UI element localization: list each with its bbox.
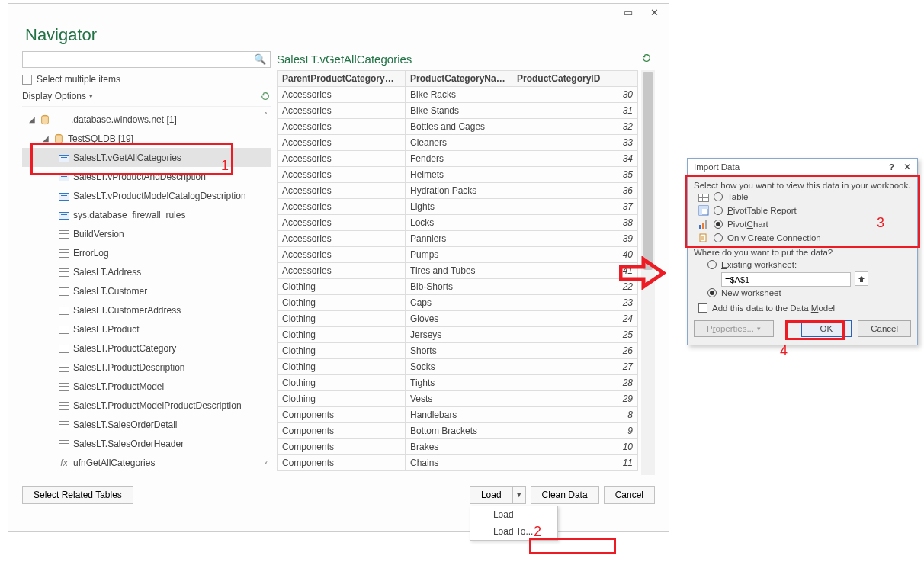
table-row[interactable]: ClothingCaps23 [278, 295, 638, 311]
refresh-icon[interactable] [260, 91, 271, 101]
table-cell: Accessories [278, 199, 406, 215]
table-icon [59, 230, 69, 239]
table-row[interactable]: AccessoriesHelmets35 [278, 167, 638, 183]
table-row[interactable]: ComponentsHandlebars8 [278, 407, 638, 423]
tree-item[interactable]: SalesLT.Address [22, 262, 271, 281]
table-row[interactable]: AccessoriesLocks38 [278, 215, 638, 231]
table-row[interactable]: AccessoriesBike Stands31 [278, 103, 638, 119]
select-multiple-row[interactable]: Select multiple items [22, 68, 271, 89]
tree-item[interactable]: SalesLT.ProductDescription [22, 358, 271, 377]
table-cell: Clothing [278, 295, 406, 311]
table-icon [59, 440, 69, 448]
dialog-cancel-button[interactable]: Cancel [858, 320, 911, 337]
table-row[interactable]: AccessoriesHydration Packs36 [278, 183, 638, 199]
load-button[interactable]: Load [470, 486, 512, 504]
existing-worksheet-row[interactable]: Existing worksheet: [694, 259, 911, 271]
table-cell: Components [278, 439, 406, 455]
maximize-button[interactable]: ▭ [621, 7, 635, 18]
table-cell: 32 [512, 119, 638, 135]
table-row[interactable]: AccessoriesPumps40 [278, 247, 638, 263]
tree-item-label: SalesLT.Product [73, 324, 140, 335]
select-related-tables-button[interactable]: Select Related Tables [22, 486, 133, 504]
tree-item[interactable]: SalesLT.Product [22, 320, 271, 339]
table-cell: Clothing [278, 359, 406, 375]
navigator-tree: ◢ .database.windows.net [1] ◢ TestSQLDB … [22, 106, 271, 475]
tree-item[interactable]: SalesLT.CustomerAddress [22, 300, 271, 320]
opt-pivotchart-row[interactable]: PivotChart [694, 217, 911, 231]
tree-db-node[interactable]: ◢ TestSQLDB [19] [22, 129, 271, 148]
table-row[interactable]: ComponentsBottom Brackets9 [278, 423, 638, 439]
connection-option-icon [698, 233, 709, 243]
opt-connection-row[interactable]: Only Create Connection [694, 231, 911, 245]
table-row[interactable]: AccessoriesLights37 [278, 199, 638, 215]
tree-item[interactable]: SalesLT.vProductModelCatalogDescription [22, 186, 271, 205]
table-row[interactable]: ClothingBib-Shorts22 [278, 279, 638, 295]
tree-server-node[interactable]: ◢ .database.windows.net [1] [22, 110, 271, 129]
preview-refresh-icon[interactable] [641, 53, 652, 66]
tree-item[interactable]: ErrorLog [22, 243, 271, 262]
tree-server-label: .database.windows.net [1] [54, 114, 177, 125]
load-dropdown-arrow[interactable]: ▼ [512, 486, 526, 504]
add-to-model-row[interactable]: Add this data to the Data Model [694, 299, 911, 314]
tree-item[interactable]: SalesLT.ProductModel [22, 377, 271, 396]
column-header[interactable]: ProductCategoryName [406, 71, 512, 87]
table-row[interactable]: AccessoriesPanniers39 [278, 231, 638, 247]
table-row[interactable]: ClothingGloves24 [278, 311, 638, 327]
help-icon[interactable]: ? [889, 162, 894, 172]
window-titlebar: ▭ ✕ [8, 4, 669, 19]
table-cell: Cleaners [406, 135, 512, 151]
close-button[interactable]: ✕ [647, 7, 661, 18]
cancel-button[interactable]: Cancel [604, 486, 655, 504]
table-row[interactable]: AccessoriesFenders34 [278, 151, 638, 167]
table-row[interactable]: ClothingVests29 [278, 391, 638, 407]
tree-item[interactable]: SalesLT.SalesOrderDetail [22, 415, 271, 434]
table-row[interactable]: AccessoriesBike Racks30 [278, 87, 638, 103]
preview-scrollbar[interactable] [641, 70, 655, 475]
table-row[interactable]: ClothingJerseys25 [278, 327, 638, 343]
opt-table-row[interactable]: Table [694, 190, 911, 204]
table-row[interactable]: ClothingShorts26 [278, 343, 638, 359]
table-row[interactable]: AccessoriesCleaners33 [278, 135, 638, 151]
table-cell: Accessories [278, 119, 406, 135]
table-row[interactable]: ComponentsChains11 [278, 455, 638, 471]
radio-icon [714, 192, 723, 201]
new-worksheet-row[interactable]: New worksheet [694, 287, 911, 299]
caret-down-icon: ▾ [89, 92, 93, 100]
display-options-button[interactable]: Display Options ▾ [22, 91, 93, 101]
opt-connection-label: Only Create Connection [727, 233, 821, 242]
tree-item[interactable]: SalesLT.ProductModelProductDescription [22, 396, 271, 415]
table-row[interactable]: AccessoriesTires and Tubes41 [278, 263, 638, 279]
tree-item[interactable]: SalesLT.vProductAndDescription [22, 167, 271, 186]
tree-item[interactable]: SalesLT.ProductCategory [22, 339, 271, 358]
table-cell: Bottom Brackets [406, 423, 512, 439]
tree-item[interactable]: sys.database_firewall_rules [22, 205, 271, 224]
table-cell: 33 [512, 135, 638, 151]
ok-button[interactable]: OK [801, 320, 852, 337]
table-row[interactable]: AccessoriesBottles and Cages32 [278, 119, 638, 135]
search-input[interactable] [22, 51, 271, 68]
clean-data-button[interactable]: Clean Data [531, 486, 599, 504]
scroll-up-icon[interactable]: ˄ [264, 111, 268, 121]
range-input[interactable] [721, 272, 851, 287]
tree-item[interactable]: fxufnGetAllCategories [22, 453, 271, 472]
opt-pivottable-row[interactable]: PivotTable Report [694, 204, 911, 217]
scroll-thumb[interactable] [643, 72, 653, 270]
column-header[interactable]: ParentProductCategoryName [278, 71, 406, 87]
properties-button[interactable]: Properties...▾ [694, 320, 774, 337]
tree-item[interactable]: SalesLT.SalesOrderHeader [22, 434, 271, 453]
tree-item[interactable]: SalesLT.vGetAllCategories [22, 148, 271, 167]
preview-table: ParentProductCategoryNameProductCategory… [277, 70, 638, 471]
dialog-close-icon[interactable]: ✕ [903, 162, 911, 172]
column-header[interactable]: ProductCategoryID [512, 71, 638, 87]
range-selector-button[interactable] [855, 271, 868, 286]
dialog-button-row: Properties...▾ OK Cancel [694, 314, 911, 337]
table-row[interactable]: ComponentsBrakes10 [278, 439, 638, 455]
scroll-down-icon[interactable]: ˅ [264, 461, 268, 470]
load-menu-load[interactable]: Load [470, 506, 557, 523]
table-row[interactable]: ClothingTights28 [278, 375, 638, 391]
tree-item[interactable]: BuildVersion [22, 224, 271, 243]
table-row[interactable]: ClothingSocks27 [278, 359, 638, 375]
tree-scrollbar[interactable]: ˄ ˅ [260, 111, 272, 470]
tree-item[interactable]: SalesLT.Customer [22, 281, 271, 300]
load-menu-load-to[interactable]: Load To... [470, 523, 557, 540]
